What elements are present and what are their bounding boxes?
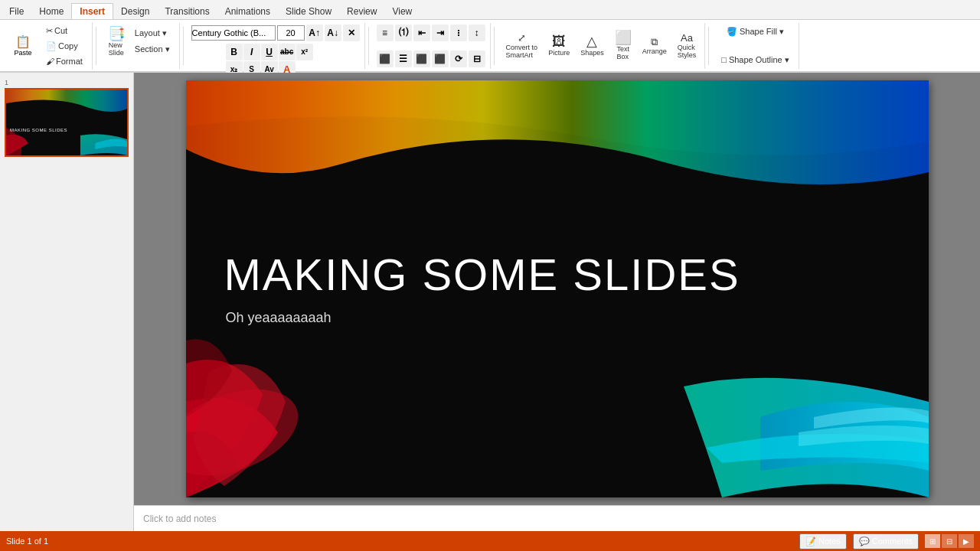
slide-count-text: Slide 1 of 1: [6, 536, 48, 546]
thumb-inner: MAKING SOME SLIDES: [6, 90, 127, 155]
status-right: 📝 Notes 💬 Comments ⊞ ⊟ ▶: [799, 533, 974, 549]
textbox-icon: ⬜: [615, 31, 632, 44]
sep3: [368, 27, 369, 65]
picture-icon: 🖼: [552, 34, 566, 48]
italic-button[interactable]: I: [243, 44, 260, 60]
align-left-button[interactable]: ⬛: [377, 51, 394, 67]
tab-file[interactable]: File: [2, 4, 31, 19]
drawing-group: ⤢ Convert toSmartArt 🖼 Picture △ Shapes …: [498, 23, 706, 69]
shapes-icon: △: [586, 34, 597, 48]
tab-home[interactable]: Home: [31, 4, 71, 19]
tab-design[interactable]: Design: [113, 4, 157, 19]
notes-area: Click to add notes: [134, 505, 980, 531]
tab-slideshow[interactable]: Slide Show: [278, 4, 339, 19]
slide-number-label: 1: [5, 79, 129, 86]
font-group: A↑ A↓ ✕ B I U abc x² x₂ S Av A: [187, 23, 365, 69]
align-right-button[interactable]: ⬛: [413, 51, 430, 67]
quick-styles-icon: Aa: [681, 33, 693, 43]
copy-button[interactable]: 📄 Copy: [41, 39, 87, 54]
picture-button[interactable]: 🖼 Picture: [544, 32, 573, 59]
paste-button[interactable]: 📋 Paste: [8, 24, 38, 68]
reading-view-button[interactable]: ▶: [959, 534, 974, 548]
slides-row: 📑 NewSlide Layout ▾ Section ▾: [104, 24, 175, 59]
status-left: Slide 1 of 1: [6, 536, 48, 546]
smartart-icon: ⤢: [518, 33, 526, 43]
para-row1: ≡ ⑴ ⇤ ⇥ ⫶ ↕: [377, 24, 485, 41]
notes-button[interactable]: 📝 Notes: [799, 533, 847, 549]
thumb-title-text: MAKING SOME SLIDES: [10, 128, 67, 132]
ribbon: File Home Insert Design Transitions Anim…: [0, 0, 980, 73]
notes-icon: 📝: [805, 536, 816, 546]
ribbon-content: 📋 Paste ✂ Cut 📄 Copy 🖌 Format 📑 NewSlide…: [0, 20, 980, 72]
justify-button[interactable]: ⬛: [432, 51, 449, 67]
shape-outline-button[interactable]: □ Shape Outline ▾: [717, 53, 793, 67]
align-center-button[interactable]: ☰: [395, 51, 412, 67]
font-size-input[interactable]: [277, 25, 305, 41]
comments-icon: 💬: [859, 536, 870, 546]
increase-indent-button[interactable]: ⇥: [432, 24, 449, 41]
cut-button[interactable]: ✂ Cut: [41, 24, 87, 38]
normal-view-button[interactable]: ⊞: [925, 534, 940, 548]
comments-label: Comments: [872, 536, 913, 546]
columns-button[interactable]: ⫶: [450, 24, 467, 41]
paragraph-group: ≡ ⑴ ⇤ ⇥ ⫶ ↕ ⬛ ☰ ⬛ ⬛ ⟳ ⊟: [372, 23, 491, 69]
comments-button[interactable]: 💬 Comments: [853, 533, 919, 549]
superscript-button[interactable]: x²: [296, 44, 313, 60]
slide-subtitle[interactable]: Oh yeaaaaaaaah: [226, 310, 332, 326]
text-direction-button[interactable]: ⟳: [450, 51, 467, 67]
slide-thumbnail-1[interactable]: MAKING SOME SLIDES: [5, 88, 129, 157]
slides-group: 📑 NewSlide Layout ▾ Section ▾: [100, 23, 180, 69]
quick-styles-button[interactable]: Aa QuickStyles: [674, 31, 701, 61]
clipboard-group: 📋 Paste ✂ Cut 📄 Copy 🖌 Format: [3, 22, 93, 70]
tab-view[interactable]: View: [384, 4, 420, 19]
shape-fill-button[interactable]: 🪣 Shape Fill ▾: [722, 24, 789, 39]
arrange-button[interactable]: ⧉ Arrange: [639, 34, 671, 57]
ribbon-tabs: File Home Insert Design Transitions Anim…: [0, 0, 980, 20]
numbering-button[interactable]: ⑴: [395, 24, 412, 41]
decrease-indent-button[interactable]: ⇤: [413, 24, 430, 41]
line-spacing-button[interactable]: ↕: [469, 24, 485, 41]
slide-canvas-container[interactable]: MAKING SOME SLIDES Oh yeaaaaaaaah: [134, 73, 980, 505]
sep1: [96, 27, 96, 65]
smart-align-button[interactable]: ⊟: [469, 51, 485, 67]
slide-area: MAKING SOME SLIDES Oh yeaaaaaaaah Click …: [134, 73, 980, 531]
thumb-slide-bg: MAKING SOME SLIDES: [6, 90, 127, 155]
new-slide-icon: 📑: [108, 27, 125, 41]
clear-format-button[interactable]: ✕: [343, 24, 360, 41]
tab-animations[interactable]: Animations: [217, 4, 278, 19]
font-shrink-button[interactable]: A↓: [325, 24, 341, 41]
font-grow-button[interactable]: A↑: [306, 24, 323, 41]
para-row2: ⬛ ☰ ⬛ ⬛ ⟳ ⊟: [377, 51, 485, 67]
strikethrough-button[interactable]: abc: [279, 44, 296, 60]
bullets-button[interactable]: ≡: [377, 24, 394, 41]
layout-button[interactable]: Layout ▾: [130, 26, 175, 41]
format-button[interactable]: 🖌 Format: [41, 54, 87, 68]
shape-styles-group: 🪣 Shape Fill ▾ □ Shape Outline ▾: [712, 23, 799, 69]
shapes-button[interactable]: △ Shapes: [577, 32, 608, 59]
notes-placeholder[interactable]: Click to add notes: [143, 514, 216, 524]
slide-panel: 1: [0, 73, 134, 531]
paste-icon: 📋: [15, 34, 31, 49]
font-selector-row: A↑ A↓ ✕: [191, 24, 360, 41]
tab-transitions[interactable]: Transitions: [157, 4, 217, 19]
tab-insert[interactable]: Insert: [71, 3, 113, 19]
slide-sorter-button[interactable]: ⊟: [942, 534, 957, 548]
sep5: [708, 27, 709, 65]
sep4: [494, 27, 495, 65]
paste-label: Paste: [14, 49, 31, 57]
convert-smartart-button[interactable]: ⤢ Convert toSmartArt: [502, 31, 542, 61]
slide-canvas: MAKING SOME SLIDES Oh yeaaaaaaaah: [186, 80, 929, 497]
main-area: 1: [0, 73, 980, 531]
view-buttons: ⊞ ⊟ ▶: [925, 534, 974, 548]
new-slide-button[interactable]: 📑 NewSlide: [104, 24, 129, 59]
status-bar: Slide 1 of 1 📝 Notes 💬 Comments ⊞ ⊟ ▶: [0, 531, 980, 551]
slide-main-title[interactable]: MAKING SOME SLIDES: [224, 249, 740, 300]
arrange-icon: ⧉: [651, 37, 658, 47]
notes-label: Notes: [818, 536, 841, 546]
underline-button[interactable]: U: [261, 44, 278, 60]
tab-review[interactable]: Review: [339, 4, 384, 19]
textbox-button[interactable]: ⬜ TextBox: [611, 28, 635, 63]
section-button[interactable]: Section ▾: [130, 42, 175, 57]
bold-button[interactable]: B: [226, 44, 243, 60]
font-name-input[interactable]: [191, 25, 276, 41]
